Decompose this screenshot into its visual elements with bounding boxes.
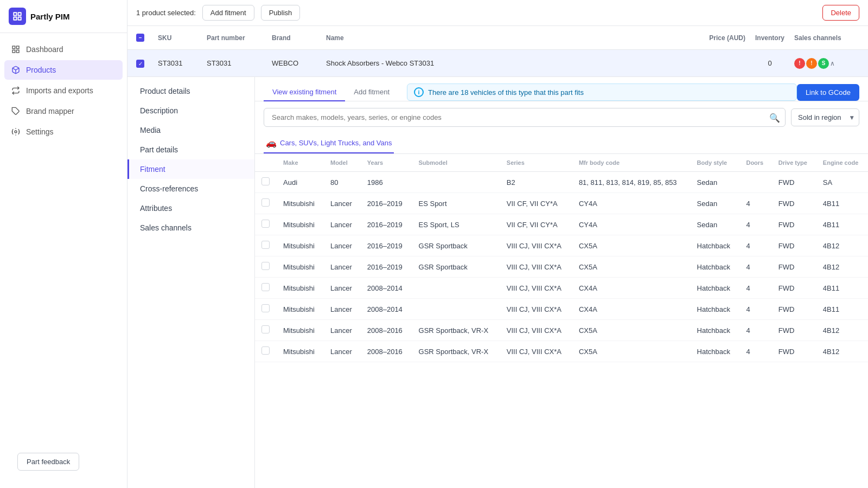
vehicle-tab-cars[interactable]: 🚗 Cars, SUVs, Light Trucks, and Vans — [264, 133, 394, 153]
row-drive-type-5: FWD — [772, 278, 816, 299]
row-check-3[interactable] — [255, 235, 277, 256]
row-check-7[interactable] — [255, 320, 277, 341]
sidebar-item-products[interactable]: Products — [4, 60, 123, 80]
row-checkbox-5[interactable] — [261, 283, 270, 291]
row-drive-type-1: FWD — [772, 193, 816, 214]
row-doors-5: 4 — [739, 278, 771, 299]
link-gcode-button[interactable]: Link to GCode — [797, 84, 859, 101]
row-make-5: Mitsubishi — [277, 278, 324, 299]
search-input[interactable] — [264, 108, 786, 127]
nav-part-details[interactable]: Part details — [127, 140, 254, 159]
nav-cross-references[interactable]: Cross-references — [127, 179, 254, 198]
th-years: Years — [361, 154, 412, 172]
row-doors-4: 4 — [739, 256, 771, 278]
row-series-4: VIII CJ, VIII CX*A — [500, 256, 572, 278]
row-checkbox-3[interactable] — [261, 241, 270, 249]
product-row: ✓ ST3031 ST3031 WEBCO Shock Absorbers - … — [127, 50, 868, 77]
row-check-5[interactable] — [255, 278, 277, 299]
row-years-5: 2008–2014 — [361, 278, 412, 299]
table-row: Mitsubishi Lancer 2008–2016 GSR Sportbac… — [255, 341, 868, 362]
th-check — [255, 154, 277, 172]
row-make-1: Mitsubishi — [277, 193, 324, 214]
app-logo: Partly PIM — [0, 0, 127, 33]
row-checkbox[interactable]: ✓ — [136, 60, 144, 68]
header-price: Price (AUD) — [675, 34, 745, 42]
fitment-table: Make Model Years Submodel Series Mfr bod… — [255, 154, 868, 362]
car-icon: 🚗 — [266, 138, 277, 148]
row-mfr-body-code-8: CX5A — [572, 341, 691, 362]
sidebar-item-label-brand: Brand mapper — [26, 107, 74, 115]
region-select[interactable]: Sold in region — [791, 108, 859, 126]
row-engine-code-6: 4B11 — [816, 299, 868, 320]
row-engine-code-7: 4B12 — [816, 320, 868, 341]
add-fitment-button[interactable]: Add fitment — [202, 5, 254, 21]
box-icon — [11, 65, 21, 75]
row-years-1: 2016–2019 — [361, 193, 412, 214]
row-make-2: Mitsubishi — [277, 214, 324, 235]
product-table-header: – SKU Part number Brand Name Price (AUD)… — [127, 26, 868, 50]
row-checkbox-2[interactable] — [261, 220, 270, 228]
row-engine-code-2: 4B11 — [816, 214, 868, 235]
row-checkbox-0[interactable] — [261, 177, 270, 185]
row-checkbox-7[interactable] — [261, 325, 270, 333]
row-check-0[interactable] — [255, 172, 277, 193]
row-submodel-8: GSR Sportback, VR-X — [412, 341, 500, 362]
th-doors: Doors — [739, 154, 771, 172]
fitment-info-banner: i There are 18 vehicles of this type tha… — [407, 84, 797, 101]
nav-fitment[interactable]: Fitment — [127, 159, 254, 179]
row-check-8[interactable] — [255, 341, 277, 362]
svg-rect-4 — [12, 46, 15, 49]
table-row: Audi 80 1986 B2 81, 811, 813, 814, 819, … — [255, 172, 868, 193]
row-series-1: VII CF, VII CY*A — [500, 193, 572, 214]
svg-rect-5 — [16, 46, 19, 49]
nav-sales-channels[interactable]: Sales channels — [127, 218, 254, 237]
row-check-4[interactable] — [255, 256, 277, 278]
delete-button[interactable]: Delete — [822, 5, 859, 21]
row-model-4: Lancer — [324, 256, 361, 278]
tab-add-fitment[interactable]: Add fitment — [345, 84, 398, 101]
row-checkbox-6[interactable] — [261, 304, 270, 312]
row-expand-chevron[interactable]: ∧ — [830, 60, 835, 67]
nav-media[interactable]: Media — [127, 120, 254, 140]
table-header-row: Make Model Years Submodel Series Mfr bod… — [255, 154, 868, 172]
row-check-2[interactable] — [255, 214, 277, 235]
sidebar-item-settings[interactable]: Settings — [4, 122, 123, 142]
th-make: Make — [277, 154, 324, 172]
fitment-tabs-row: View existing fitment Add fitment i Ther… — [255, 77, 868, 101]
row-years-0: 1986 — [361, 172, 412, 193]
sidebar-item-brand-mapper[interactable]: Brand mapper — [4, 101, 123, 121]
row-submodel-0 — [412, 172, 500, 193]
row-drive-type-3: FWD — [772, 235, 816, 256]
select-all-checkbox[interactable]: – — [136, 34, 144, 42]
row-checkbox-4[interactable] — [261, 262, 270, 270]
row-check[interactable]: ✓ — [136, 59, 158, 68]
svg-rect-2 — [14, 17, 16, 20]
notif-red-badge: ! — [794, 58, 805, 69]
detail-content: View existing fitment Add fitment i Ther… — [255, 77, 868, 488]
row-check-1[interactable] — [255, 193, 277, 214]
content-area: Product details Description Media Part d… — [127, 77, 868, 488]
notification-icons: ! ! S ∧ — [794, 58, 859, 69]
sidebar-item-imports-exports[interactable]: Imports and exports — [4, 81, 123, 100]
nav-description[interactable]: Description — [127, 101, 254, 120]
row-submodel-4: GSR Sportback — [412, 256, 500, 278]
row-model-7: Lancer — [324, 320, 361, 341]
row-make-3: Mitsubishi — [277, 235, 324, 256]
nav-attributes[interactable]: Attributes — [127, 198, 254, 218]
publish-button[interactable]: Publish — [261, 5, 301, 21]
row-series-3: VIII CJ, VIII CX*A — [500, 235, 572, 256]
row-doors-0 — [739, 172, 771, 193]
top-bar: 1 product selected: Add fitment Publish … — [127, 0, 868, 26]
row-model-3: Lancer — [324, 235, 361, 256]
row-model-5: Lancer — [324, 278, 361, 299]
sidebar-item-dashboard[interactable]: Dashboard — [4, 40, 123, 59]
row-years-2: 2016–2019 — [361, 214, 412, 235]
row-check-6[interactable] — [255, 299, 277, 320]
row-checkbox-8[interactable] — [261, 346, 270, 355]
row-checkbox-1[interactable] — [261, 198, 270, 207]
row-inventory: 0 — [745, 59, 794, 67]
tab-view-existing[interactable]: View existing fitment — [264, 84, 345, 101]
fitment-info-text: There are 18 vehicles of this type that … — [428, 88, 584, 97]
nav-product-details[interactable]: Product details — [127, 81, 254, 101]
row-make-4: Mitsubishi — [277, 256, 324, 278]
